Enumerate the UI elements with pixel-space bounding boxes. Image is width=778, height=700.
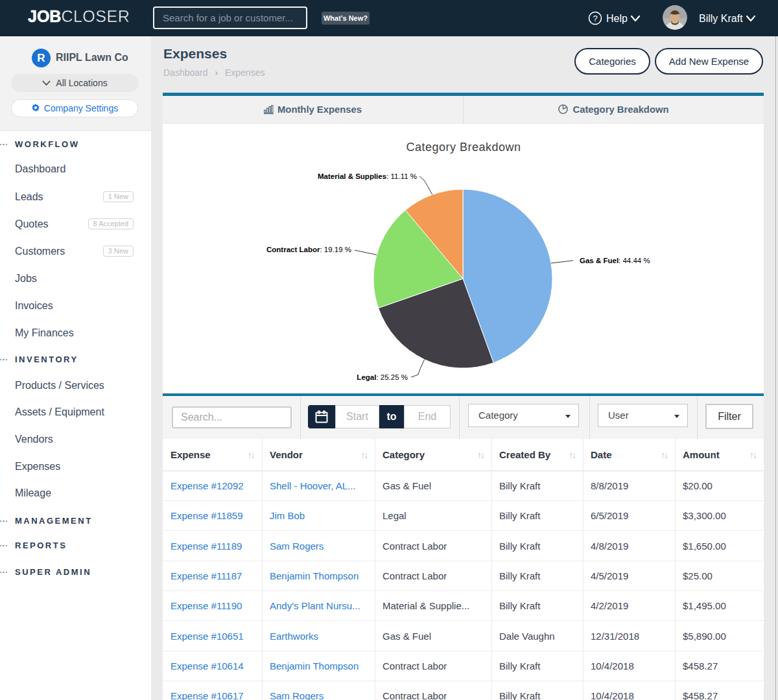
- svg-text:Category Breakdown: Category Breakdown: [406, 141, 521, 154]
- svg-text:Contract Labor: 19.19 %: Contract Labor: 19.19 %: [266, 246, 351, 253]
- svg-text:Gas & Fuel: 44.44 %: Gas & Fuel: 44.44 %: [580, 257, 650, 264]
- svg-text:?: ?: [593, 14, 597, 23]
- svg-text:Material & Supplies: 11.11 %: Material & Supplies: 11.11 %: [318, 172, 417, 180]
- svg-text:Legal: 25.25 %: Legal: 25.25 %: [357, 373, 408, 381]
